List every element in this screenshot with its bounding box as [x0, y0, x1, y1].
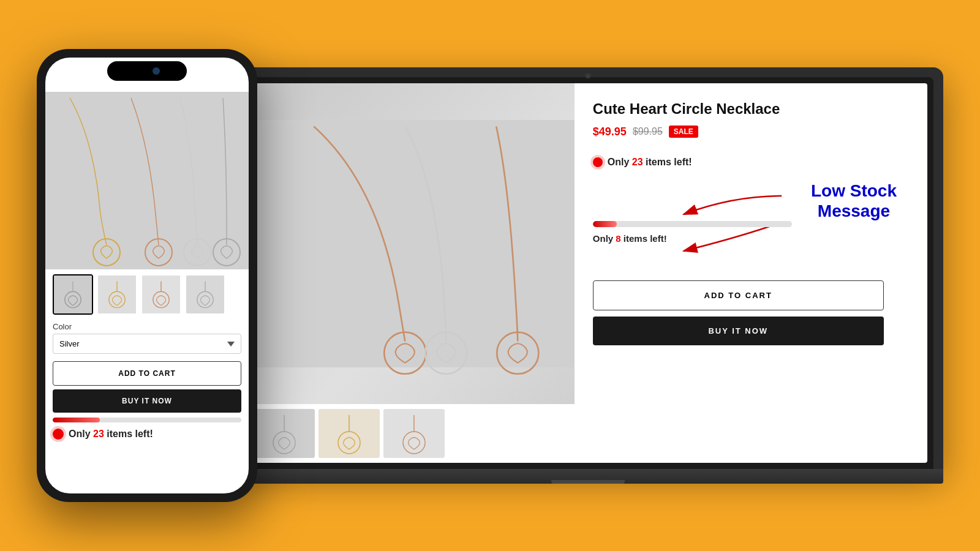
phone-screen: Color Silver Gold Rose Gold ADD TO CART …	[45, 58, 249, 493]
laptop-screen: Cute Heart Circle Necklace $49.95 $99.95…	[249, 83, 927, 463]
phone-color-select[interactable]: Silver Gold Rose Gold	[53, 334, 241, 354]
laptop-stock-bar-fill	[593, 221, 617, 227]
laptop-stock-bar	[593, 221, 792, 227]
phone-thumb-1[interactable]	[53, 274, 93, 315]
product-info: Cute Heart Circle Necklace $49.95 $99.95…	[575, 83, 927, 463]
laptop-bezel: Cute Heart Circle Necklace $49.95 $99.95…	[243, 77, 933, 469]
phone-thumb-3[interactable]	[141, 274, 181, 315]
stock-dot	[593, 157, 603, 167]
phone-screen-inner: Color Silver Gold Rose Gold ADD TO CART …	[45, 58, 249, 493]
laptop-add-to-cart-button[interactable]: ADD TO CART	[593, 280, 884, 310]
laptop-stock-text-2: Only 8 items left!	[593, 233, 814, 244]
price-sale: $49.95	[593, 126, 627, 138]
annotation-area: Low StockMessage Only 8 items left!	[593, 178, 909, 276]
phone-thumb-4[interactable]	[185, 274, 225, 315]
annotation-label: Low StockMessage	[811, 181, 897, 222]
product-title: Cute Heart Circle Necklace	[593, 100, 909, 118]
product-gallery	[249, 83, 575, 463]
price-original: $99.95	[633, 126, 663, 137]
phone-buy-now-button[interactable]: BUY IT NOW	[53, 389, 241, 413]
phone-stock-bar-fill	[53, 418, 100, 422]
phone-notch	[107, 61, 187, 81]
phone-stock-dot	[53, 429, 64, 440]
scene: Color Silver Gold Rose Gold ADD TO CART …	[37, 24, 943, 527]
price-row: $49.95 $99.95 SALE	[593, 126, 909, 138]
phone-add-to-cart-button[interactable]: ADD TO CART	[53, 361, 241, 386]
phone-thumbnails	[45, 269, 249, 320]
phone-color-section: Color Silver Gold Rose Gold	[45, 320, 249, 358]
laptop-base	[233, 469, 943, 484]
main-product-image	[249, 83, 575, 404]
phone-color-label: Color	[53, 322, 241, 331]
phone-thumb-2[interactable]	[97, 274, 137, 315]
svg-rect-17	[249, 120, 575, 367]
stock-indicator: Only 23 items left!	[593, 157, 909, 168]
sale-badge: SALE	[669, 126, 698, 138]
phone-body: Color Silver Gold Rose Gold ADD TO CART …	[37, 49, 257, 502]
stock-text: Only 23 items left!	[608, 157, 692, 168]
laptop-mockup: Cute Heart Circle Necklace $49.95 $99.95…	[233, 67, 943, 484]
phone-product-image	[45, 92, 249, 269]
laptop-buy-now-button[interactable]: BUY IT NOW	[593, 317, 884, 345]
phone-stock-bar	[53, 418, 241, 422]
laptop-thumb-3[interactable]	[383, 409, 445, 458]
phone-stock-message: Only 23 items left!	[45, 426, 249, 444]
phone-stock-text-label: Only 23 items left!	[69, 429, 153, 440]
svg-rect-0	[45, 92, 249, 269]
laptop-thumbnails	[249, 404, 575, 463]
phone-camera	[153, 67, 160, 75]
laptop-thumb-2[interactable]	[318, 409, 380, 458]
laptop-thumb-1[interactable]	[254, 409, 315, 458]
laptop-body: Cute Heart Circle Necklace $49.95 $99.95…	[233, 67, 943, 469]
laptop-camera	[586, 73, 590, 78]
phone-mockup: Color Silver Gold Rose Gold ADD TO CART …	[37, 49, 257, 502]
